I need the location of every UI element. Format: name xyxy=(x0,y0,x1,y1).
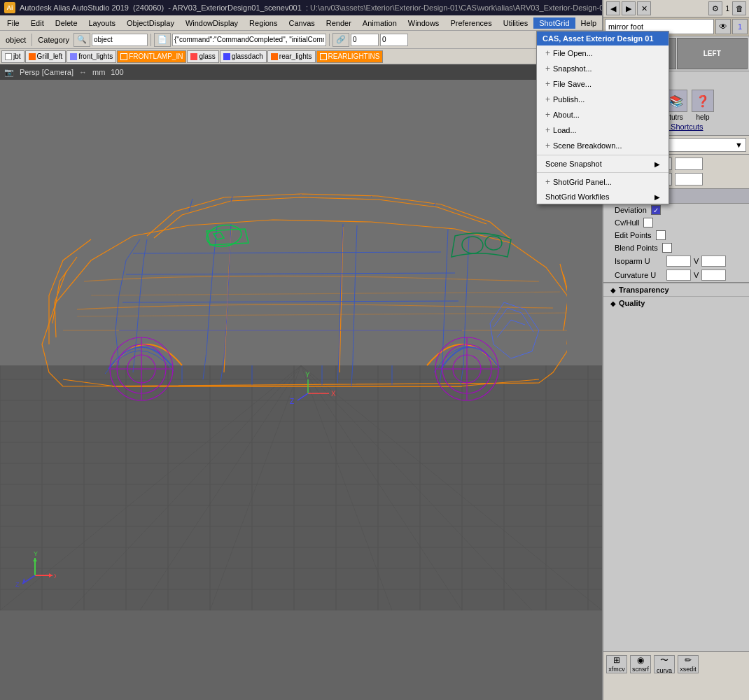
spans-input-2[interactable] xyxy=(675,173,703,186)
separator-2 xyxy=(150,34,151,46)
svg-line-36 xyxy=(340,227,343,372)
separator xyxy=(537,155,668,155)
cvhull-row: Cv/Hull xyxy=(603,216,749,229)
svg-text:Y: Y xyxy=(34,550,38,557)
dd-shotgrid-panel[interactable]: + ShotGrid Panel... xyxy=(537,174,668,190)
dd-scene-snapshot-label: Scene Snapshot xyxy=(545,160,602,168)
dropdown-arrow-icon: ▼ xyxy=(735,141,743,149)
dd-scene-snapshot[interactable]: Scene Snapshot ▶ xyxy=(537,157,668,171)
shotgrid-dropdown-menu: CAS, Asset Exterior Design 01 + File Ope… xyxy=(536,31,669,204)
y-input[interactable] xyxy=(380,34,408,46)
layer-glassdach[interactable]: glassdach xyxy=(220,50,267,63)
zoom-value: 100 xyxy=(111,68,123,76)
dd-publish[interactable]: + Publish... xyxy=(537,92,668,107)
submenu-arrow-icon: ▶ xyxy=(654,160,660,168)
degree-input-2[interactable] xyxy=(675,158,703,170)
layer-rearlightins[interactable]: REARLIGHTINS xyxy=(316,50,384,63)
layer-front-lights[interactable]: front_lights xyxy=(66,50,116,63)
panel-num-btn[interactable]: 1 xyxy=(732,19,748,34)
object-input[interactable] xyxy=(92,34,148,46)
quality-arrow-icon: ◆ xyxy=(610,300,616,307)
cvhull-checkbox[interactable] xyxy=(643,218,653,227)
xsedit-btn[interactable]: ✏ xsedit xyxy=(678,655,699,673)
panel-trash-btn[interactable]: 🗑 xyxy=(732,1,746,15)
left-view-thumb[interactable]: LEFT xyxy=(677,38,748,69)
zoom-label: mm xyxy=(92,68,105,76)
plus-icon-7: + xyxy=(545,141,550,150)
dd-load-label: Load... xyxy=(553,126,577,134)
cvhull-label: Cv/Hull xyxy=(615,218,639,227)
search-button[interactable]: 🔍 xyxy=(74,33,90,47)
menu-regions[interactable]: Regions xyxy=(244,18,283,29)
bottom-toolbar: ⊞ xfmcv ◉ scnsrf 〜 curva ✏ xsedit xyxy=(603,651,749,700)
quality-section[interactable]: ◆ Quality xyxy=(603,296,749,309)
dd-about-label: About... xyxy=(553,111,580,119)
quality-label: Quality xyxy=(619,299,645,307)
deviation-checkbox[interactable] xyxy=(651,205,661,215)
isoparm-label: Isoparm U xyxy=(615,257,664,265)
panel-prev-btn[interactable]: ◀ xyxy=(606,1,620,15)
deviation-label: Deviation xyxy=(615,206,647,214)
panel-controls: ◀ ▶ ✕ ⚙ 1 🗑 xyxy=(603,0,749,18)
plus-icon-6: + xyxy=(545,125,550,135)
panel-settings-btn[interactable]: ⚙ xyxy=(708,1,722,15)
curva-btn[interactable]: 〜 curva xyxy=(654,655,675,673)
xfmcv-btn[interactable]: ⊞ xfmcv xyxy=(606,655,627,673)
menu-objectdisplay[interactable]: ObjectDisplay xyxy=(121,18,180,29)
layer-rear-lights[interactable]: rear_lights xyxy=(267,50,316,63)
dd-scene-breakdown[interactable]: + Scene Breakdown... xyxy=(537,138,668,153)
editpoints-checkbox[interactable] xyxy=(656,230,666,240)
main-viewport[interactable]: 📷 Persp [Camera] ↔ mm 100 ⬜ ⚙ ✕ xyxy=(0,64,602,610)
menu-utilities[interactable]: Utilities xyxy=(498,18,533,29)
left-view-label: LEFT xyxy=(704,50,721,57)
svg-text:Y: Y xyxy=(305,371,310,379)
curvature-v-input[interactable] xyxy=(701,270,726,281)
menu-preferences[interactable]: Preferences xyxy=(444,18,497,29)
dd-snapshot[interactable]: + Snapshot... xyxy=(537,61,668,76)
menu-shotgrid[interactable]: ShotGrid xyxy=(533,18,575,29)
svg-text:X: X xyxy=(331,390,336,398)
isoparm-v-input[interactable] xyxy=(701,255,726,267)
panel-play-btn[interactable]: ▶ xyxy=(622,1,636,15)
menu-layouts[interactable]: Layouts xyxy=(83,18,122,29)
menu-windowdisplay[interactable]: WindowDisplay xyxy=(180,18,244,29)
blendpoints-checkbox[interactable] xyxy=(662,243,672,253)
bottom-icons-row: ⊞ xfmcv ◉ scnsrf 〜 curva ✏ xsedit xyxy=(603,652,749,676)
tutrs-label: tutrs xyxy=(669,113,682,121)
dd-file-save[interactable]: + File Save... xyxy=(537,76,668,92)
menu-edit[interactable]: Edit xyxy=(25,18,50,29)
panel-stop-btn[interactable]: ✕ xyxy=(637,1,651,15)
dd-load[interactable]: + Load... xyxy=(537,122,668,138)
x-input[interactable] xyxy=(351,34,379,46)
menu-render[interactable]: Render xyxy=(321,18,357,29)
curvature-label: Curvature U xyxy=(615,271,664,279)
menu-file[interactable]: File xyxy=(1,18,25,29)
plus-icon-8: + xyxy=(545,177,550,187)
curvature-u-input[interactable] xyxy=(666,270,691,281)
isoparm-u-input[interactable] xyxy=(666,255,691,267)
menu-canvas[interactable]: Canvas xyxy=(283,18,320,29)
command-input[interactable] xyxy=(172,34,326,46)
layer-grill-left[interactable]: Grill_left xyxy=(25,50,66,63)
separator-2 xyxy=(537,172,668,173)
plus-icon-5: + xyxy=(545,110,550,120)
layer-frontlamp[interactable]: FRONTLAMP_IN xyxy=(117,50,186,63)
menu-windows[interactable]: Windows xyxy=(402,18,445,29)
help-item[interactable]: ❓ help xyxy=(692,90,714,121)
menu-help[interactable]: Help xyxy=(575,18,603,29)
dd-about[interactable]: + About... xyxy=(537,107,668,122)
snap-button[interactable]: 🔗 xyxy=(332,33,349,47)
scnsrf-btn[interactable]: ◉ scnsrf xyxy=(630,655,651,673)
dd-file-open-label: File Open... xyxy=(553,49,593,57)
show-button[interactable]: 👁 xyxy=(715,19,731,34)
dd-file-open[interactable]: + File Open... xyxy=(537,46,668,61)
camera-bar: 📷 Persp [Camera] ↔ mm 100 ⬜ ⚙ ✕ xyxy=(0,64,602,80)
dd-shotgrid-workfiles[interactable]: ShotGrid Workfiles ▶ xyxy=(537,190,668,204)
dd-shotgrid-workfiles-label: ShotGrid Workfiles xyxy=(545,192,610,201)
transparency-section[interactable]: ◆ Transparency xyxy=(603,283,749,296)
layer-jbt[interactable]: jbt xyxy=(1,50,24,63)
menu-animation[interactable]: Animation xyxy=(357,18,402,29)
layer-glass[interactable]: glass xyxy=(187,50,218,63)
doc-button[interactable]: 📄 xyxy=(154,33,171,47)
menu-delete[interactable]: Delete xyxy=(50,18,83,29)
